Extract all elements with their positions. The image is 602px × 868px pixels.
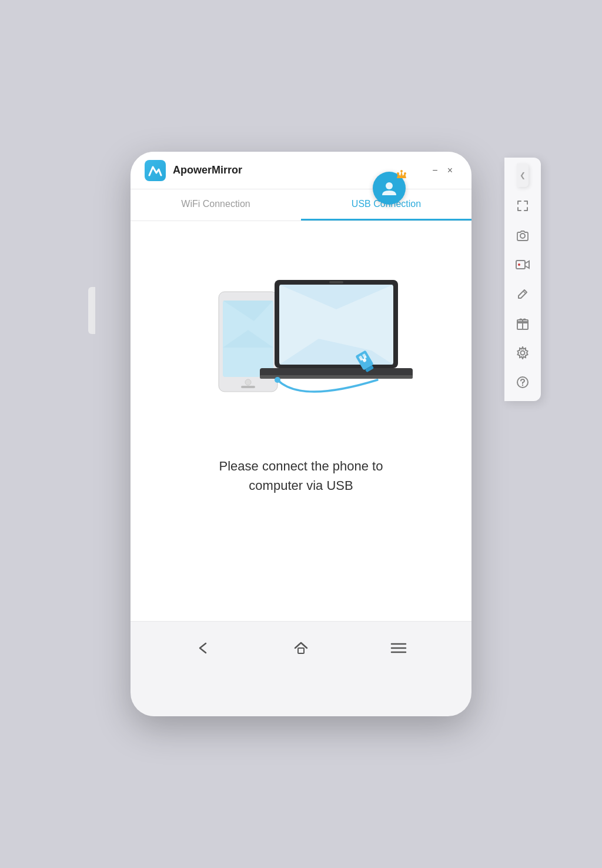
- fullscreen-icon[interactable]: [510, 193, 536, 219]
- svg-rect-12: [329, 281, 343, 283]
- tabs-bar: WiFi Connection USB Connection: [131, 189, 471, 221]
- minimize-button[interactable]: −: [427, 163, 442, 178]
- help-icon[interactable]: [510, 369, 536, 395]
- vip-badge: [395, 168, 408, 181]
- settings-icon[interactable]: [510, 340, 536, 366]
- usb-illustration: [183, 245, 419, 433]
- collapse-button[interactable]: ❮: [517, 163, 529, 187]
- svg-rect-4: [241, 386, 255, 388]
- gift-icon[interactable]: [510, 311, 536, 336]
- svg-point-35: [386, 182, 393, 189]
- svg-point-20: [275, 377, 280, 383]
- screenshot-icon[interactable]: [510, 222, 536, 248]
- svg-point-32: [521, 351, 525, 355]
- svg-rect-11: [260, 375, 413, 379]
- svg-point-36: [397, 172, 399, 175]
- pen-icon[interactable]: [510, 281, 536, 307]
- app-logo: [145, 160, 166, 181]
- tab-wifi[interactable]: WiFi Connection: [131, 189, 301, 221]
- titlebar: ApowerMirror − ×: [131, 152, 471, 189]
- app-window: ApowerMirror − × WiFi Connection USB Con…: [131, 152, 471, 716]
- main-content: Please connect the phone tocomputer via …: [131, 221, 471, 621]
- svg-point-37: [404, 172, 406, 175]
- profile-avatar[interactable]: [373, 172, 406, 205]
- svg-point-25: [520, 233, 525, 238]
- svg-rect-26: [516, 261, 525, 269]
- svg-point-38: [400, 170, 403, 172]
- record-icon[interactable]: [510, 252, 536, 278]
- svg-rect-21: [298, 648, 304, 653]
- sidebar: ❮: [504, 158, 541, 401]
- bottom-nav: [131, 621, 471, 678]
- close-button[interactable]: ×: [443, 163, 457, 178]
- left-panel: [88, 287, 95, 334]
- svg-point-27: [518, 263, 520, 266]
- instruction-text: Please connect the phone tocomputer via …: [219, 456, 383, 495]
- home-button[interactable]: [279, 636, 323, 664]
- svg-point-34: [522, 385, 523, 386]
- chevron-left-icon: ❮: [520, 171, 526, 179]
- back-button[interactable]: [181, 636, 226, 663]
- menu-button[interactable]: [376, 637, 421, 663]
- svg-point-5: [245, 379, 251, 385]
